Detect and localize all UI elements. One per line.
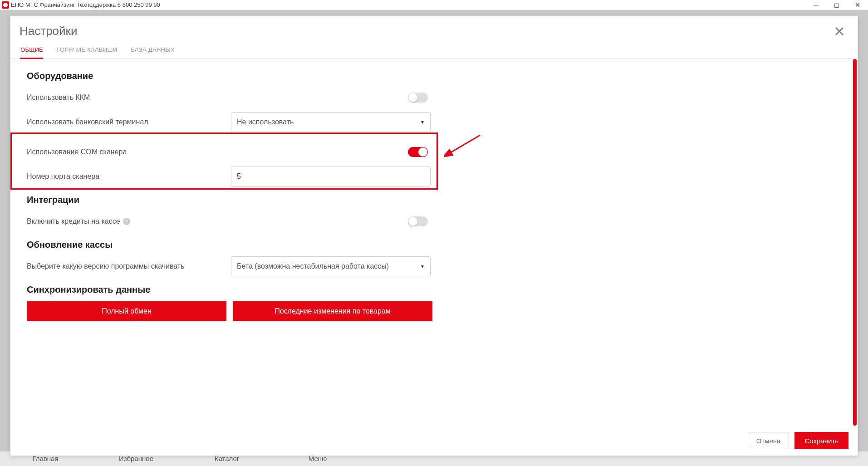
window-titlebar: ЕПО МТС Франчайзинг Техподдержка 8 800 2… bbox=[0, 0, 868, 10]
label-enable-credits: Включить кредиты на кассе ? bbox=[27, 217, 231, 226]
btn-full-exchange[interactable]: Полный обмен bbox=[27, 301, 226, 321]
label-use-terminal: Использовать банковский терминал bbox=[27, 118, 231, 126]
label-version: Выберите какую версию программы скачиват… bbox=[27, 262, 231, 270]
section-equipment-title: Оборудование bbox=[27, 71, 841, 81]
modal-title: Настройки bbox=[20, 24, 78, 38]
modal-header: Настройки bbox=[10, 16, 858, 38]
maximize-button[interactable]: ◻ bbox=[826, 0, 847, 10]
label-scanner-port: Номер порта сканера bbox=[27, 172, 231, 181]
row-use-terminal: Использовать банковский терминал Не испо… bbox=[27, 112, 841, 132]
modal-footer: Отмена Сохранить bbox=[10, 426, 858, 456]
tab-general[interactable]: ОБЩИЕ bbox=[20, 46, 43, 59]
row-enable-credits: Включить кредиты на кассе ? bbox=[27, 211, 841, 231]
section-update-title: Обновление кассы bbox=[27, 240, 841, 250]
window-controls: ─ ◻ ✕ bbox=[805, 0, 868, 10]
sync-buttons: Полный обмен Последние изменения по това… bbox=[27, 301, 841, 321]
section-sync-title: Синхронизировать данные bbox=[27, 285, 841, 295]
label-com-scanner: Использование COM сканера bbox=[27, 148, 231, 156]
section-integrations-title: Интеграции bbox=[27, 195, 841, 205]
tab-hotkeys[interactable]: ГОРЯЧИЕ КЛАВИШИ bbox=[57, 46, 117, 59]
tab-database[interactable]: БАЗА ДАННЫХ bbox=[131, 46, 175, 59]
row-scanner-port: Номер порта сканера bbox=[27, 167, 841, 186]
app-icon bbox=[2, 1, 9, 9]
select-terminal-value: Не использовать bbox=[237, 118, 294, 126]
select-version[interactable]: Бета (возможна нестабильная работа кассы… bbox=[231, 256, 431, 276]
window-title: ЕПО МТС Франчайзинг Техподдержка 8 800 2… bbox=[11, 1, 160, 8]
close-icon bbox=[834, 26, 845, 37]
input-scanner-port[interactable] bbox=[231, 167, 431, 186]
close-modal-button[interactable] bbox=[833, 25, 846, 38]
btn-last-changes[interactable]: Последние изменения по товарам bbox=[233, 301, 432, 321]
tabs: ОБЩИЕ ГОРЯЧИЕ КЛАВИШИ БАЗА ДАННЫХ bbox=[10, 38, 858, 59]
toggle-enable-credits[interactable] bbox=[408, 216, 428, 226]
modal-content: Оборудование Использовать ККМ Использова… bbox=[10, 59, 858, 426]
select-version-value: Бета (возможна нестабильная работа кассы… bbox=[237, 262, 389, 270]
cancel-button[interactable]: Отмена bbox=[748, 432, 790, 449]
label-use-kkm: Использовать ККМ bbox=[27, 93, 231, 102]
minimize-button[interactable]: ─ bbox=[805, 0, 826, 10]
toggle-com-scanner[interactable] bbox=[408, 147, 428, 157]
scrollbar-thumb[interactable] bbox=[853, 59, 857, 426]
row-use-kkm: Использовать ККМ bbox=[27, 88, 841, 108]
save-button[interactable]: Сохранить bbox=[794, 432, 848, 449]
help-icon[interactable]: ? bbox=[123, 218, 130, 225]
select-terminal[interactable]: Не использовать bbox=[231, 112, 431, 132]
toggle-use-kkm[interactable] bbox=[408, 93, 428, 103]
close-window-button[interactable]: ✕ bbox=[847, 0, 868, 10]
settings-modal: Настройки ОБЩИЕ ГОРЯЧИЕ КЛАВИШИ БАЗА ДАН… bbox=[10, 15, 858, 456]
label-enable-credits-text: Включить кредиты на кассе bbox=[27, 217, 120, 226]
scrollbar[interactable] bbox=[853, 59, 857, 426]
row-com-scanner: Использование COM сканера bbox=[27, 142, 841, 162]
row-version: Выберите какую версию программы скачиват… bbox=[27, 256, 841, 276]
